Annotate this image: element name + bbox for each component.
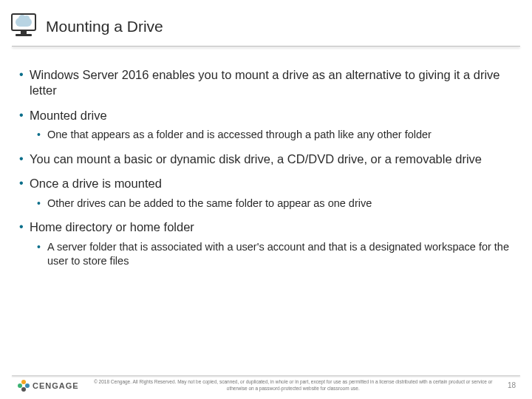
bullet-text: Once a drive is mounted: [30, 177, 162, 190]
header-divider: [0, 40, 532, 47]
slide-header: Mounting a Drive: [0, 0, 532, 40]
sub-bullet-text: A server folder that is associated with …: [47, 241, 509, 267]
bullet-text: Home directory or home folder: [30, 220, 194, 233]
copyright-text: © 2018 Cengage. All Rights Reserved. May…: [79, 379, 508, 392]
monitor-cloud-icon: [9, 13, 38, 40]
sub-bullet-item: Other drives can be added to the same fo…: [37, 197, 513, 211]
footer-divider: [12, 375, 520, 376]
bullet-text: Windows Server 2016 enables you to mount…: [30, 68, 500, 97]
bullet-item: Home directory or home folder A server f…: [19, 219, 513, 269]
bullet-text: Mounted drive: [30, 109, 107, 122]
page-number: 18: [508, 381, 520, 389]
brand-name: CENGAGE: [33, 381, 79, 390]
brand-logo-icon: [18, 380, 30, 392]
slide-title: Mounting a Drive: [46, 18, 163, 35]
sub-bullet-text: One that appears as a folder and is acce…: [47, 129, 432, 140]
sub-bullet-item: A server folder that is associated with …: [37, 240, 513, 269]
slide-body: Windows Server 2016 enables you to mount…: [0, 47, 532, 269]
bullet-item: Windows Server 2016 enables you to mount…: [19, 67, 513, 99]
sub-bullet-text: Other drives can be added to the same fo…: [47, 197, 372, 209]
bullet-item: Mounted drive One that appears as a fold…: [19, 108, 513, 143]
slide-footer: CENGAGE © 2018 Cengage. All Rights Reser…: [0, 375, 532, 392]
bullet-item: You can mount a basic or dynamic disk dr…: [19, 151, 513, 167]
bullet-text: You can mount a basic or dynamic disk dr…: [30, 152, 482, 166]
sub-bullet-item: One that appears as a folder and is acce…: [37, 128, 513, 143]
bullet-item: Once a drive is mounted Other drives can…: [19, 176, 513, 211]
brand-logo: CENGAGE: [12, 380, 79, 392]
